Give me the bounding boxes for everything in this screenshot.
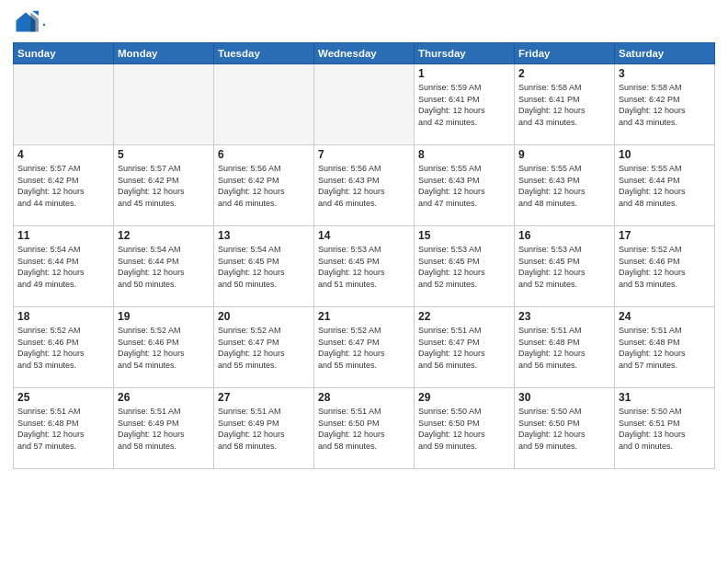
calendar-cell: 6Sunrise: 5:56 AM Sunset: 6:42 PM Daylig… xyxy=(214,145,314,226)
day-number: 22 xyxy=(418,310,510,323)
calendar-cell: 12Sunrise: 5:54 AM Sunset: 6:44 PM Dayli… xyxy=(114,226,214,307)
day-info: Sunrise: 5:54 AM Sunset: 6:44 PM Dayligh… xyxy=(17,244,109,290)
day-info: Sunrise: 5:56 AM Sunset: 6:43 PM Dayligh… xyxy=(318,163,410,209)
calendar-cell: 7Sunrise: 5:56 AM Sunset: 6:43 PM Daylig… xyxy=(314,145,415,226)
day-info: Sunrise: 5:54 AM Sunset: 6:44 PM Dayligh… xyxy=(118,244,210,290)
day-number: 10 xyxy=(619,148,711,161)
calendar-cell: 10Sunrise: 5:55 AM Sunset: 6:44 PM Dayli… xyxy=(615,145,715,226)
day-number: 29 xyxy=(418,391,510,404)
calendar-cell: 11Sunrise: 5:54 AM Sunset: 6:44 PM Dayli… xyxy=(14,226,114,307)
day-info: Sunrise: 5:55 AM Sunset: 6:43 PM Dayligh… xyxy=(518,163,610,209)
day-info: Sunrise: 5:52 AM Sunset: 6:46 PM Dayligh… xyxy=(619,244,711,290)
weekday-header-thursday: Thursday xyxy=(415,43,515,64)
day-number: 11 xyxy=(17,229,109,242)
calendar-cell: 23Sunrise: 5:51 AM Sunset: 6:48 PM Dayli… xyxy=(515,307,615,388)
week-row-2: 4Sunrise: 5:57 AM Sunset: 6:42 PM Daylig… xyxy=(14,145,715,226)
day-number: 19 xyxy=(118,310,210,323)
calendar-cell: 9Sunrise: 5:55 AM Sunset: 6:43 PM Daylig… xyxy=(515,145,615,226)
day-number: 31 xyxy=(619,391,711,404)
calendar-cell: 26Sunrise: 5:51 AM Sunset: 6:49 PM Dayli… xyxy=(114,388,214,469)
day-info: Sunrise: 5:55 AM Sunset: 6:43 PM Dayligh… xyxy=(418,163,510,209)
day-info: Sunrise: 5:50 AM Sunset: 6:50 PM Dayligh… xyxy=(418,406,510,452)
logo-icon xyxy=(13,9,39,35)
logo-text: . xyxy=(42,15,46,29)
calendar-cell: 19Sunrise: 5:52 AM Sunset: 6:46 PM Dayli… xyxy=(114,307,214,388)
page: . SundayMondayTuesdayWednesdayThursdayFr… xyxy=(0,0,728,563)
day-number: 6 xyxy=(218,148,310,161)
day-info: Sunrise: 5:55 AM Sunset: 6:44 PM Dayligh… xyxy=(619,163,711,209)
day-number: 21 xyxy=(318,310,410,323)
week-row-3: 11Sunrise: 5:54 AM Sunset: 6:44 PM Dayli… xyxy=(14,226,715,307)
day-number: 5 xyxy=(118,148,210,161)
calendar-cell: 16Sunrise: 5:53 AM Sunset: 6:45 PM Dayli… xyxy=(515,226,615,307)
day-info: Sunrise: 5:56 AM Sunset: 6:42 PM Dayligh… xyxy=(218,163,310,209)
day-info: Sunrise: 5:54 AM Sunset: 6:45 PM Dayligh… xyxy=(218,244,310,290)
day-number: 27 xyxy=(218,391,310,404)
day-info: Sunrise: 5:57 AM Sunset: 6:42 PM Dayligh… xyxy=(118,163,210,209)
day-info: Sunrise: 5:52 AM Sunset: 6:47 PM Dayligh… xyxy=(318,325,410,371)
day-number: 7 xyxy=(318,148,410,161)
day-number: 4 xyxy=(17,148,109,161)
calendar-cell xyxy=(14,64,114,145)
logo: . xyxy=(13,9,46,35)
calendar-cell: 17Sunrise: 5:52 AM Sunset: 6:46 PM Dayli… xyxy=(615,226,715,307)
day-info: Sunrise: 5:51 AM Sunset: 6:48 PM Dayligh… xyxy=(619,325,711,371)
calendar-cell: 3Sunrise: 5:58 AM Sunset: 6:42 PM Daylig… xyxy=(615,64,715,145)
calendar: SundayMondayTuesdayWednesdayThursdayFrid… xyxy=(13,42,715,469)
day-info: Sunrise: 5:59 AM Sunset: 6:41 PM Dayligh… xyxy=(418,82,510,128)
day-number: 23 xyxy=(518,310,610,323)
day-number: 15 xyxy=(418,229,510,242)
day-number: 26 xyxy=(118,391,210,404)
day-info: Sunrise: 5:53 AM Sunset: 6:45 PM Dayligh… xyxy=(518,244,610,290)
calendar-cell xyxy=(314,64,415,145)
day-info: Sunrise: 5:51 AM Sunset: 6:50 PM Dayligh… xyxy=(318,406,410,452)
calendar-cell: 27Sunrise: 5:51 AM Sunset: 6:49 PM Dayli… xyxy=(214,388,314,469)
day-number: 9 xyxy=(518,148,610,161)
day-info: Sunrise: 5:52 AM Sunset: 6:46 PM Dayligh… xyxy=(17,325,109,371)
day-info: Sunrise: 5:53 AM Sunset: 6:45 PM Dayligh… xyxy=(418,244,510,290)
day-info: Sunrise: 5:51 AM Sunset: 6:48 PM Dayligh… xyxy=(518,325,610,371)
calendar-cell: 18Sunrise: 5:52 AM Sunset: 6:46 PM Dayli… xyxy=(14,307,114,388)
day-info: Sunrise: 5:51 AM Sunset: 6:49 PM Dayligh… xyxy=(118,406,210,452)
weekday-header-row: SundayMondayTuesdayWednesdayThursdayFrid… xyxy=(14,43,715,64)
calendar-cell: 15Sunrise: 5:53 AM Sunset: 6:45 PM Dayli… xyxy=(415,226,515,307)
day-number: 24 xyxy=(619,310,711,323)
day-number: 8 xyxy=(418,148,510,161)
day-info: Sunrise: 5:51 AM Sunset: 6:49 PM Dayligh… xyxy=(218,406,310,452)
day-number: 30 xyxy=(518,391,610,404)
day-number: 1 xyxy=(418,67,510,80)
day-info: Sunrise: 5:58 AM Sunset: 6:42 PM Dayligh… xyxy=(619,82,711,128)
svg-marker-1 xyxy=(30,13,39,32)
calendar-cell xyxy=(214,64,314,145)
calendar-cell xyxy=(114,64,214,145)
day-info: Sunrise: 5:50 AM Sunset: 6:51 PM Dayligh… xyxy=(619,406,711,452)
day-number: 12 xyxy=(118,229,210,242)
calendar-cell: 5Sunrise: 5:57 AM Sunset: 6:42 PM Daylig… xyxy=(114,145,214,226)
week-row-5: 25Sunrise: 5:51 AM Sunset: 6:48 PM Dayli… xyxy=(14,388,715,469)
day-number: 28 xyxy=(318,391,410,404)
day-number: 25 xyxy=(17,391,109,404)
calendar-cell: 1Sunrise: 5:59 AM Sunset: 6:41 PM Daylig… xyxy=(415,64,515,145)
day-info: Sunrise: 5:58 AM Sunset: 6:41 PM Dayligh… xyxy=(518,82,610,128)
day-number: 13 xyxy=(218,229,310,242)
day-info: Sunrise: 5:53 AM Sunset: 6:45 PM Dayligh… xyxy=(318,244,410,290)
day-info: Sunrise: 5:52 AM Sunset: 6:46 PM Dayligh… xyxy=(118,325,210,371)
calendar-cell: 24Sunrise: 5:51 AM Sunset: 6:48 PM Dayli… xyxy=(615,307,715,388)
calendar-cell: 28Sunrise: 5:51 AM Sunset: 6:50 PM Dayli… xyxy=(314,388,415,469)
calendar-cell: 2Sunrise: 5:58 AM Sunset: 6:41 PM Daylig… xyxy=(515,64,615,145)
calendar-cell: 25Sunrise: 5:51 AM Sunset: 6:48 PM Dayli… xyxy=(14,388,114,469)
day-info: Sunrise: 5:51 AM Sunset: 6:47 PM Dayligh… xyxy=(418,325,510,371)
day-number: 3 xyxy=(619,67,711,80)
day-number: 2 xyxy=(518,67,610,80)
weekday-header-saturday: Saturday xyxy=(615,43,715,64)
weekday-header-wednesday: Wednesday xyxy=(314,43,415,64)
day-info: Sunrise: 5:52 AM Sunset: 6:47 PM Dayligh… xyxy=(218,325,310,371)
day-info: Sunrise: 5:51 AM Sunset: 6:48 PM Dayligh… xyxy=(17,406,109,452)
day-number: 16 xyxy=(518,229,610,242)
weekday-header-friday: Friday xyxy=(515,43,615,64)
calendar-cell: 22Sunrise: 5:51 AM Sunset: 6:47 PM Dayli… xyxy=(415,307,515,388)
day-info: Sunrise: 5:57 AM Sunset: 6:42 PM Dayligh… xyxy=(17,163,109,209)
weekday-header-monday: Monday xyxy=(114,43,214,64)
calendar-cell: 13Sunrise: 5:54 AM Sunset: 6:45 PM Dayli… xyxy=(214,226,314,307)
day-number: 20 xyxy=(218,310,310,323)
